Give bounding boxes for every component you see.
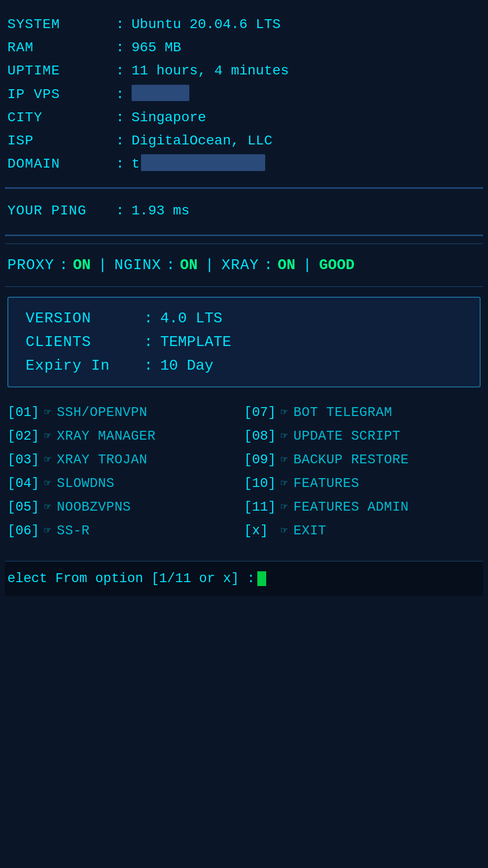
menu-num-10: [10] bbox=[244, 476, 281, 491]
status-row: PROXY : ON | NGINX : ON | XRAY : ON | GO… bbox=[7, 257, 481, 274]
isp-label: ISP bbox=[7, 131, 116, 150]
menu-item-11[interactable]: [11] ☞ FEATURES ADMIN bbox=[244, 497, 481, 518]
xray-value: ON bbox=[278, 257, 295, 274]
menu-text-04: SLOWDNS bbox=[57, 476, 114, 491]
menu-item-exit[interactable]: [x] ☞ EXIT bbox=[244, 521, 481, 541]
clients-value: TEMPLATE bbox=[160, 334, 231, 350]
menu-text-exit: EXIT bbox=[293, 523, 326, 538]
ip-vps-value bbox=[132, 85, 190, 102]
domain-redacted bbox=[141, 154, 265, 171]
menu-item-05[interactable]: [05] ☞ NOOBZVPNS bbox=[7, 497, 244, 518]
menu-grid: [01] ☞ SSH/OPENVPN [07] ☞ BOT TELEGRAM [… bbox=[7, 402, 481, 541]
menu-arrow-07: ☞ bbox=[281, 406, 287, 419]
city-value: Singapore bbox=[132, 108, 206, 127]
menu-text-11: FEATURES ADMIN bbox=[293, 500, 409, 515]
divider-2 bbox=[5, 235, 483, 236]
ping-value: 1.93 ms bbox=[132, 201, 190, 220]
menu-num-04: [04] bbox=[7, 476, 44, 491]
menu-text-02: XRAY MANAGER bbox=[57, 429, 155, 444]
menu-arrow-08: ☞ bbox=[281, 429, 287, 443]
overall-status: GOOD bbox=[319, 257, 354, 274]
menu-num-06: [06] bbox=[7, 523, 44, 538]
ping-label: YOUR PING bbox=[7, 201, 116, 220]
menu-item-02[interactable]: [02] ☞ XRAY MANAGER bbox=[7, 426, 244, 447]
menu-text-01: SSH/OPENVPN bbox=[57, 405, 147, 420]
menu-arrow-02: ☞ bbox=[44, 429, 51, 443]
cursor bbox=[257, 571, 266, 586]
menu-text-05: NOOBZVPNS bbox=[57, 500, 131, 515]
divider-4 bbox=[5, 286, 483, 287]
proxy-value: ON bbox=[73, 257, 91, 274]
menu-num-03: [03] bbox=[7, 452, 44, 467]
city-label: CITY bbox=[7, 108, 116, 127]
menu-arrow-exit: ☞ bbox=[281, 524, 287, 537]
ping-section: YOUR PING : 1.93 ms bbox=[5, 196, 483, 227]
menu-item-01[interactable]: [01] ☞ SSH/OPENVPN bbox=[7, 402, 244, 423]
clients-label: CLIENTS bbox=[26, 334, 144, 350]
terminal: SYSTEM : Ubuntu 20.04.6 LTS RAM : 965 MB… bbox=[0, 0, 488, 868]
nginx-value: ON bbox=[180, 257, 198, 274]
clients-row: CLIENTS : TEMPLATE bbox=[26, 334, 462, 350]
menu-arrow-04: ☞ bbox=[44, 477, 51, 490]
isp-value: DigitalOcean, LLC bbox=[132, 131, 273, 150]
menu-arrow-11: ☞ bbox=[281, 500, 287, 514]
menu-item-06[interactable]: [06] ☞ SS-R bbox=[7, 521, 244, 541]
menu-arrow-01: ☞ bbox=[44, 406, 51, 419]
uptime-row: UPTIME : 11 hours, 4 minutes bbox=[7, 61, 481, 80]
menu-arrow-05: ☞ bbox=[44, 500, 51, 514]
nginx-label: NGINX bbox=[114, 257, 161, 274]
menu-text-10: FEATURES bbox=[293, 476, 359, 491]
menu-num-11: [11] bbox=[244, 500, 281, 515]
domain-row: DOMAIN : t bbox=[7, 154, 481, 174]
expiry-label: Expiry In bbox=[26, 357, 144, 374]
prompt-text: elect From option [1/11 or x] : bbox=[7, 571, 255, 586]
menu-text-06: SS-R bbox=[57, 523, 90, 538]
menu-num-05: [05] bbox=[7, 500, 44, 515]
menu-item-10[interactable]: [10] ☞ FEATURES bbox=[244, 473, 481, 494]
expiry-value: 10 Day bbox=[160, 357, 213, 374]
domain-value-start: t bbox=[132, 154, 140, 174]
menu-num-07: [07] bbox=[244, 405, 281, 420]
menu-text-07: BOT TELEGRAM bbox=[293, 405, 392, 420]
system-label: SYSTEM bbox=[7, 15, 116, 34]
prompt-row[interactable]: elect From option [1/11 or x] : bbox=[7, 571, 481, 586]
menu-text-09: BACKUP RESTORE bbox=[293, 452, 409, 467]
menu-item-04[interactable]: [04] ☞ SLOWDNS bbox=[7, 473, 244, 494]
version-box: VERSION : 4.0 LTS CLIENTS : TEMPLATE Exp… bbox=[7, 297, 481, 387]
menu-arrow-06: ☞ bbox=[44, 524, 51, 537]
ram-value: 965 MB bbox=[132, 38, 181, 57]
menu-arrow-03: ☞ bbox=[44, 453, 51, 466]
status-section: PROXY : ON | NGINX : ON | XRAY : ON | GO… bbox=[5, 248, 483, 282]
ip-vps-row: IP VPS : bbox=[7, 85, 481, 104]
system-row: SYSTEM : Ubuntu 20.04.6 LTS bbox=[7, 15, 481, 34]
menu-text-08: UPDATE SCRIPT bbox=[293, 429, 400, 444]
version-row: VERSION : 4.0 LTS bbox=[26, 310, 462, 327]
uptime-label: UPTIME bbox=[7, 61, 116, 80]
menu-num-08: [08] bbox=[244, 429, 281, 444]
menu-num-exit: [x] bbox=[244, 523, 281, 538]
isp-row: ISP : DigitalOcean, LLC bbox=[7, 131, 481, 150]
menu-num-09: [09] bbox=[244, 452, 281, 467]
system-info: SYSTEM : Ubuntu 20.04.6 LTS RAM : 965 MB… bbox=[5, 10, 483, 180]
uptime-value: 11 hours, 4 minutes bbox=[132, 61, 289, 80]
system-value: Ubuntu 20.04.6 LTS bbox=[132, 15, 280, 34]
menu-item-09[interactable]: [09] ☞ BACKUP RESTORE bbox=[244, 450, 481, 470]
menu-item-07[interactable]: [07] ☞ BOT TELEGRAM bbox=[244, 402, 481, 423]
prompt-section: elect From option [1/11 or x] : bbox=[5, 561, 483, 596]
menu-item-08[interactable]: [08] ☞ UPDATE SCRIPT bbox=[244, 426, 481, 447]
version-label: VERSION bbox=[26, 310, 144, 327]
xray-label: XRAY bbox=[221, 257, 259, 274]
menu-num-02: [02] bbox=[7, 429, 44, 444]
city-row: CITY : Singapore bbox=[7, 108, 481, 127]
expiry-row: Expiry In : 10 Day bbox=[26, 357, 462, 374]
ping-row: YOUR PING : 1.93 ms bbox=[7, 201, 481, 220]
menu-arrow-09: ☞ bbox=[281, 453, 287, 466]
proxy-label: PROXY bbox=[7, 257, 54, 274]
divider-1 bbox=[5, 187, 483, 189]
menu-arrow-10: ☞ bbox=[281, 477, 287, 490]
menu-section: [01] ☞ SSH/OPENVPN [07] ☞ BOT TELEGRAM [… bbox=[5, 397, 483, 546]
divider-3 bbox=[5, 243, 483, 244]
menu-text-03: XRAY TROJAN bbox=[57, 452, 147, 467]
ram-row: RAM : 965 MB bbox=[7, 38, 481, 57]
menu-item-03[interactable]: [03] ☞ XRAY TROJAN bbox=[7, 450, 244, 470]
